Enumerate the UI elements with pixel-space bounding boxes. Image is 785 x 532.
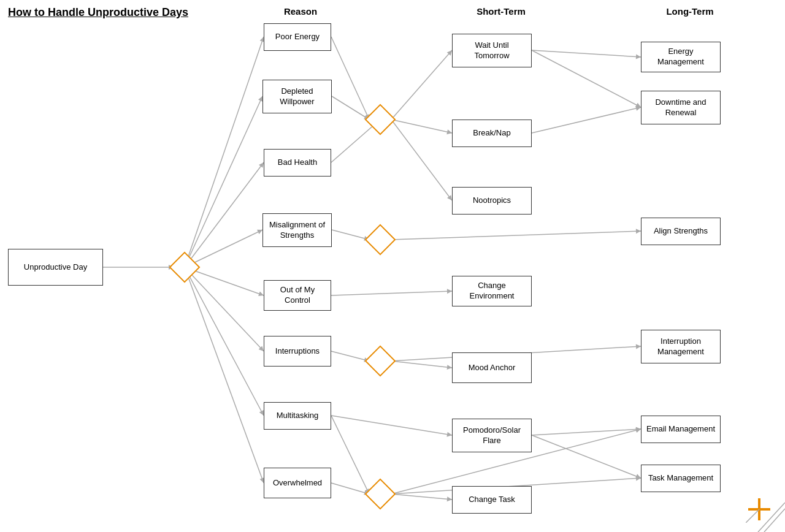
- svg-marker-35: [635, 106, 641, 111]
- svg-line-26: [391, 120, 452, 133]
- page-title: How to Handle Unproductive Days: [8, 6, 188, 19]
- node-out-of-control: Out of My Control: [264, 280, 331, 311]
- svg-marker-55: [635, 428, 641, 433]
- svg-marker-31: [636, 55, 641, 59]
- svg-line-14: [185, 267, 264, 416]
- svg-line-46: [391, 361, 452, 368]
- svg-line-50: [331, 416, 369, 494]
- node-align-strengths: Align Strengths: [641, 218, 721, 245]
- svg-marker-13: [259, 346, 264, 351]
- svg-marker-11: [258, 292, 264, 297]
- node-depleted-willpower: Depleted Willpower: [262, 80, 332, 113]
- svg-marker-15: [259, 410, 264, 416]
- svg-line-40: [331, 291, 452, 295]
- svg-line-2: [185, 37, 264, 267]
- svg-line-6: [185, 162, 264, 267]
- diamond-2: [365, 224, 396, 256]
- node-break-nap: Break/Nap: [452, 120, 532, 147]
- svg-marker-29: [447, 195, 452, 200]
- svg-line-62: [532, 435, 641, 478]
- header-long-term: Long-Term: [650, 6, 730, 17]
- svg-line-58: [391, 494, 452, 500]
- svg-line-42: [331, 351, 369, 361]
- node-wait-tomorrow: Wait Until Tomorrow: [452, 34, 532, 67]
- node-mood-anchor: Mood Anchor: [452, 352, 532, 383]
- svg-line-60: [532, 429, 641, 435]
- diamond-4: [365, 479, 396, 510]
- svg-marker-27: [446, 129, 452, 134]
- svg-line-24: [391, 50, 452, 120]
- node-misalignment: Misalignment of Strengths: [262, 213, 332, 247]
- node-overwhelmed: Overwhelmed: [264, 468, 331, 498]
- node-interruption-management: Interruption Management: [641, 330, 721, 363]
- node-energy-management: Energy Management: [641, 42, 721, 72]
- diagram-container: How to Handle Unproductive Days Reason S…: [0, 0, 785, 532]
- svg-line-30: [532, 50, 641, 57]
- svg-marker-49: [446, 432, 452, 437]
- svg-marker-63: [635, 474, 641, 478]
- svg-marker-7: [259, 162, 264, 168]
- svg-line-18: [331, 37, 369, 120]
- connections-svg: [0, 0, 785, 532]
- node-multitasking: Multitasking: [264, 402, 331, 430]
- svg-line-68: [746, 509, 759, 523]
- svg-line-34: [532, 107, 641, 133]
- svg-marker-41: [447, 289, 452, 294]
- node-task-management: Task Management: [641, 465, 721, 492]
- node-change-environment: Change Environment: [452, 276, 532, 306]
- node-downtime-renewal: Downtime and Renewal: [641, 91, 721, 124]
- node-change-task: Change Task: [452, 486, 532, 514]
- node-bad-health: Bad Health: [264, 149, 331, 177]
- svg-marker-9: [257, 230, 262, 234]
- svg-marker-25: [447, 50, 452, 56]
- svg-marker-33: [635, 103, 641, 107]
- node-email-management: Email Management: [641, 416, 721, 443]
- svg-line-12: [185, 267, 264, 351]
- svg-line-8: [185, 230, 262, 267]
- svg-line-28: [391, 120, 452, 200]
- svg-line-20: [332, 96, 369, 120]
- svg-line-4: [185, 96, 262, 267]
- diamond-3: [365, 346, 396, 377]
- svg-marker-45: [636, 344, 641, 349]
- main-diamond: [169, 252, 201, 283]
- node-nootropics: Nootropics: [452, 187, 532, 215]
- svg-line-48: [331, 416, 452, 435]
- node-unproductive-day: Unproductive Day: [8, 249, 103, 286]
- svg-line-16: [185, 267, 264, 483]
- svg-marker-61: [636, 427, 641, 431]
- svg-line-10: [185, 267, 264, 295]
- node-interruptions: Interruptions: [264, 336, 331, 367]
- svg-line-38: [391, 231, 641, 240]
- corner-plus-icon: [746, 496, 773, 525]
- svg-marker-39: [636, 229, 641, 234]
- node-poor-energy: Poor Energy: [264, 23, 331, 51]
- svg-line-36: [332, 230, 369, 240]
- svg-marker-47: [447, 365, 452, 370]
- header-short-term: Short-Term: [461, 6, 541, 17]
- svg-marker-57: [636, 476, 641, 481]
- diamond-1: [365, 104, 396, 135]
- header-reason: Reason: [270, 6, 331, 17]
- svg-line-52: [331, 483, 369, 494]
- svg-marker-59: [447, 496, 452, 501]
- node-pomodoro: Pomodoro/Solar Flare: [452, 419, 532, 452]
- svg-line-32: [532, 50, 641, 107]
